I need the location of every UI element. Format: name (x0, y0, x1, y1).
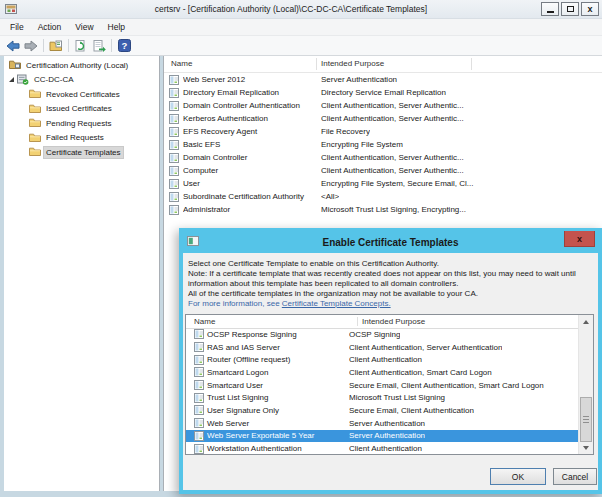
template-purpose: Client Authentication, Smart Card Logon (349, 368, 492, 377)
table-row[interactable]: ComputerClient Authentication, Server Au… (164, 164, 602, 177)
dialog-template-rows: OCSP Response SigningOCSP SigningRAS and… (186, 328, 579, 454)
template-name: Web Server (207, 419, 249, 428)
dialog-table-row[interactable]: Router (Offline request)Client Authentic… (186, 353, 579, 366)
certificate-template-icon (169, 88, 179, 98)
column-header-name[interactable]: Name (171, 59, 192, 68)
certificate-template-icon (169, 153, 179, 163)
expander-icon[interactable] (9, 77, 14, 82)
template-purpose: Microsoft Trust List Signing, Encrypting… (321, 205, 466, 214)
dialog-note-line: information about this template has been… (188, 279, 593, 289)
template-purpose: Client Authentication, Server Authentic.… (321, 114, 464, 123)
dialog-table-row[interactable]: Workstation AuthenticationClient Authent… (186, 442, 579, 454)
table-row[interactable]: UserEncrypting File System, Secure Email… (164, 177, 602, 190)
menu-action[interactable]: Action (31, 20, 69, 34)
tree-item-pending-requests[interactable]: Pending Requests (4, 116, 159, 131)
template-name: Basic EFS (183, 140, 321, 149)
certificate-template-icon (169, 192, 179, 202)
template-purpose: Client Authentication (349, 355, 422, 364)
dialog-table-row[interactable]: RAS and IAS ServerClient Authentication,… (186, 341, 579, 354)
template-name: OCSP Response Signing (207, 330, 297, 339)
template-name: Smartcard User (207, 381, 263, 390)
menu-view[interactable]: View (68, 20, 100, 34)
certificate-template-concepts-link[interactable]: Certificate Template Concepts. (282, 299, 391, 308)
scrollbar-grip-icon (583, 416, 589, 423)
dialog-table-row[interactable]: Web ServerServer Authentication (186, 417, 579, 430)
tree-item-certification-authority-local[interactable]: Certification Authority (Local) (4, 58, 159, 73)
certificate-template-icon (194, 405, 204, 415)
column-separator[interactable] (471, 58, 472, 70)
folder-icon (29, 104, 41, 114)
template-purpose: Client Authentication, Server Authentic.… (321, 101, 464, 110)
table-row[interactable]: Subordinate Certification Authority<All> (164, 190, 602, 203)
dialog-table-row[interactable]: Trust List SigningMicrosoft Trust List S… (186, 391, 579, 404)
certificate-template-icon (194, 329, 204, 339)
window-titlebar: certsrv - [Certification Authority (Loca… (0, 0, 602, 19)
dialog-table-row[interactable]: Smartcard LogonClient Authentication, Sm… (186, 366, 579, 379)
table-row[interactable]: EFS Recovery AgentFile Recovery (164, 125, 602, 138)
svg-text:?: ? (121, 40, 127, 51)
table-row[interactable]: Directory Email ReplicationDirectory Ser… (164, 86, 602, 99)
menu-file[interactable]: File (3, 20, 31, 34)
tree-item-label: Pending Requests (44, 118, 113, 129)
table-row[interactable]: Kerberos AuthenticationClient Authentica… (164, 112, 602, 125)
maximize-button[interactable] (561, 2, 579, 16)
scroll-up-button[interactable] (579, 315, 593, 328)
dialog-column-header-intended-purpose[interactable]: Intended Purpose (362, 317, 425, 326)
dialog-table-row[interactable]: Web Server Exportable 5 YearServer Authe… (186, 430, 579, 443)
scroll-down-button[interactable] (579, 441, 593, 454)
minimize-button[interactable] (541, 2, 559, 16)
tree-item-label: Revoked Certificates (44, 89, 122, 100)
console-tree-toggle-button[interactable] (47, 38, 65, 54)
table-row[interactable]: Web Server 2012Server Authentication (164, 73, 602, 86)
column-separator[interactable] (316, 58, 317, 70)
certificate-template-icon (169, 127, 179, 137)
tree-item-failed-requests[interactable]: Failed Requests (4, 131, 159, 146)
export-list-icon (93, 40, 106, 52)
dialog-icon (187, 236, 199, 248)
certificate-template-icon (194, 342, 204, 352)
scrollbar-thumb[interactable] (580, 397, 592, 442)
dialog-note-line: Select one Certificate Template to enabl… (188, 259, 593, 269)
table-row[interactable]: Basic EFSEncrypting File System (164, 138, 602, 151)
toolbar-separator (111, 39, 112, 52)
template-purpose: Directory Service Email Replication (321, 88, 446, 97)
template-name: Workstation Authentication (207, 444, 302, 453)
table-row[interactable]: AdministratorMicrosoft Trust List Signin… (164, 203, 602, 216)
list-header: Name Intended Purpose (164, 56, 602, 73)
table-row[interactable]: Domain ControllerClient Authentication, … (164, 151, 602, 164)
tree-item-revoked-certificates[interactable]: Revoked Certificates (4, 87, 159, 102)
refresh-button[interactable] (72, 38, 90, 54)
scroll-down-icon (583, 446, 589, 450)
close-button[interactable]: x (581, 2, 599, 16)
cancel-button[interactable]: Cancel (553, 468, 597, 485)
back-button[interactable] (4, 38, 22, 54)
tree-item-cc-dc-ca[interactable]: CC-DC-CA (4, 73, 159, 88)
console-tree-icon (49, 40, 63, 52)
template-purpose: Client Authentication (349, 444, 422, 453)
folder-icon (29, 133, 41, 143)
template-purpose: Secure Email, Client Authentication (349, 406, 474, 415)
dialog-close-button[interactable]: x (564, 231, 595, 247)
tree-item-certificate-templates[interactable]: Certificate Templates (4, 145, 159, 160)
template-name: Domain Controller (183, 153, 321, 162)
enable-certificate-templates-dialog: Enable Certificate Templates x Select on… (179, 228, 602, 494)
template-name: Trust List Signing (207, 393, 269, 402)
forward-button[interactable] (22, 38, 40, 54)
dialog-column-header-name[interactable]: Name (194, 317, 215, 326)
table-row[interactable]: Domain Controller AuthenticationClient A… (164, 99, 602, 112)
dialog-table-row[interactable]: Smartcard UserSecure Email, Client Authe… (186, 379, 579, 392)
ok-button[interactable]: OK (490, 468, 546, 485)
refresh-icon (75, 40, 88, 52)
dialog-table-row[interactable]: User Signature OnlySecure Email, Client … (186, 404, 579, 417)
app-icon (5, 3, 17, 15)
scrollbar[interactable] (578, 315, 593, 454)
menu-help[interactable]: Help (101, 20, 132, 34)
column-separator[interactable] (357, 317, 358, 326)
tree-item-issued-certificates[interactable]: Issued Certificates (4, 102, 159, 117)
column-header-intended-purpose[interactable]: Intended Purpose (321, 59, 384, 68)
certificate-template-icon (169, 75, 179, 85)
dialog-table-row[interactable]: OCSP Response SigningOCSP Signing (186, 328, 579, 341)
help-button[interactable]: ? (115, 38, 133, 54)
template-rows: Web Server 2012Server AuthenticationDire… (164, 73, 602, 216)
export-list-button[interactable] (90, 38, 108, 54)
